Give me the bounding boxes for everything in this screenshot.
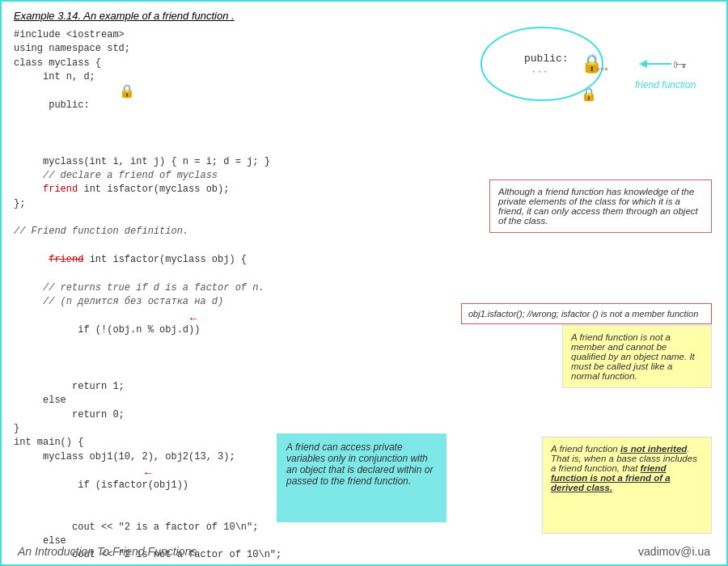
underline-friend-not-derived: friend function is not a friend of a der… — [551, 463, 671, 492]
inline-note: obj1.isfactor(); //wrong; isfactor () is… — [461, 303, 712, 324]
keyword-friend: friend — [43, 184, 78, 195]
main-content: Example 3.14. An example of a friend fun… — [2, 2, 726, 564]
lock-icon: 🔒 — [119, 83, 135, 102]
code-line: #include <iostream> — [14, 28, 714, 42]
code-line: public: 🔒 — [14, 85, 714, 155]
footer-title: An Introduction To Friend Functions — [18, 545, 197, 558]
arrow-right2: ← — [145, 465, 151, 481]
code-line: else — [14, 394, 714, 408]
code-line: if (isfactor(obj2)) — [14, 563, 714, 566]
code-text: if (!(obj.n % obj.d)) — [49, 324, 200, 336]
note-yellow-right: A friend function is not a member and ca… — [562, 325, 712, 388]
strikethrough-friend: friend — [49, 254, 83, 265]
inline-note-text: obj1.isfactor(); //wrong; isfactor () is… — [468, 309, 698, 319]
note-pink: Although a friend function has knowledge… — [489, 180, 712, 233]
code-line: friend int isfactor(myclass obj) { — [14, 239, 714, 281]
code-line: class myclass { — [14, 57, 714, 70]
keyword-public: public: — [49, 99, 89, 111]
code-line: myclass(int i, int j) { n = i; d = j; } — [14, 155, 714, 169]
note-pink-text: Although a friend function has knowledge… — [498, 187, 698, 226]
note-yellow-bottom-text: A friend function is not inherited. That… — [551, 444, 697, 492]
note-yellow-bottom: A friend function is not inherited. That… — [542, 437, 712, 534]
code-text: if (isfactor(obj1)) — [49, 479, 188, 491]
code-line: return 0; — [14, 408, 714, 422]
note-yellow-right-text: A friend function is not a member and ca… — [571, 332, 695, 381]
note-cyan-text: A friend can access private variables on… — [286, 441, 433, 487]
note-cyan: A friend can access private variables on… — [277, 433, 447, 522]
arrow-right: ← — [190, 310, 197, 327]
code-line: using namespace std; — [14, 42, 714, 56]
code-line-comment: // returns true if d is a factor of n. — [14, 281, 714, 295]
footer: An Introduction To Friend Functions vadi… — [2, 545, 726, 558]
footer-email: vadimov@i.ua — [638, 545, 710, 558]
underline-is-not-inherited: is not inherited — [620, 444, 687, 454]
